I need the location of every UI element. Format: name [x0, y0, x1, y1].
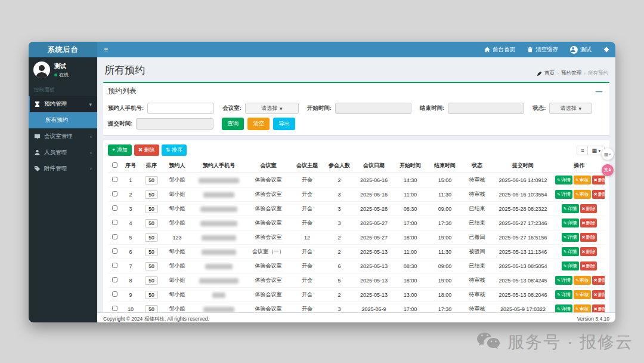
submit-time-input[interactable]	[136, 118, 213, 130]
start-time-input[interactable]	[335, 103, 411, 114]
phone-filter-input[interactable]	[147, 103, 214, 114]
add-button[interactable]: + 添加	[108, 144, 132, 156]
sidebar-item-meetingroom-management[interactable]: 会议室管理 ‹	[29, 128, 97, 144]
sidebar-item-label: 预约管理	[44, 100, 67, 108]
select-all-checkbox[interactable]	[112, 162, 117, 168]
export-button[interactable]: 导出	[273, 118, 295, 130]
breadcrumb-mid[interactable]: 预约管理	[561, 70, 581, 77]
row-checkbox[interactable]	[112, 234, 117, 239]
row-checkbox[interactable]	[112, 277, 117, 282]
status-select[interactable]: 请选择▾	[549, 103, 592, 114]
clear-button[interactable]: 清空	[247, 118, 270, 130]
delete-button[interactable]: ✖删除	[592, 276, 605, 285]
row-checkbox[interactable]	[112, 177, 117, 182]
detail-button[interactable]: ✎详情	[555, 176, 572, 184]
delete-button[interactable]: ✖删除	[592, 190, 605, 199]
delete-button[interactable]: ✖删除	[592, 290, 605, 299]
cell-start: 14:30	[393, 173, 428, 187]
sort-order-input[interactable]	[145, 233, 158, 242]
caret-down-icon: ▾	[280, 106, 283, 112]
delete-button[interactable]: ✖删除	[580, 262, 597, 270]
detail-button[interactable]: ✎详情	[562, 233, 579, 242]
detail-button[interactable]: ✎详情	[555, 290, 572, 299]
chevron-left-icon: ‹	[90, 166, 92, 172]
search-button[interactable]: 查询	[222, 118, 244, 130]
clear-cache-link[interactable]: 清空缓存	[521, 42, 564, 57]
sidebar-item-all-bookings[interactable]: 所有预约	[29, 112, 97, 128]
sort-order-input[interactable]	[145, 291, 158, 299]
sidebar-toggle-button[interactable]: ≡	[97, 45, 114, 54]
sort-order-input[interactable]	[145, 205, 158, 213]
settings-menu[interactable]	[597, 42, 615, 57]
row-checkbox[interactable]	[112, 306, 117, 311]
cell-status: 已撤回	[462, 230, 492, 245]
cell-ops: ✎详情✖删除	[554, 202, 605, 216]
delete-button[interactable]: ✖删除	[580, 247, 597, 256]
cell-room: 体验会议室	[246, 202, 290, 216]
end-time-input[interactable]	[448, 103, 524, 114]
cell-ops: ✎详情✎审核✖删除	[554, 273, 605, 288]
cell-count: 5	[324, 273, 355, 288]
cell-phone	[191, 273, 246, 288]
row-checkbox[interactable]	[112, 248, 117, 254]
audit-button[interactable]: ✎审核	[574, 290, 591, 299]
column-header: 会议日期	[355, 159, 393, 173]
row-checkbox[interactable]	[112, 291, 117, 297]
delete-button[interactable]: ✖删除	[580, 233, 597, 242]
sort-order-input[interactable]	[145, 262, 158, 270]
cell-ops: ✎详情✖删除	[554, 259, 605, 273]
sort-order-input[interactable]	[145, 190, 158, 199]
detail-button[interactable]: ✎详情	[562, 247, 579, 256]
user-menu[interactable]: 测试	[564, 42, 597, 57]
cell-room: 会议室（一）	[246, 245, 290, 259]
row-checkbox[interactable]	[112, 205, 117, 211]
cell-end: 19:00	[428, 273, 462, 288]
sidebar-item-booking-management[interactable]: 预约管理 ▾	[29, 96, 97, 112]
collapse-icon[interactable]: —	[593, 88, 605, 95]
cell-start: 17:00	[393, 216, 428, 230]
audit-button[interactable]: ✎审核	[574, 190, 591, 199]
sidebar-item-attachment-management[interactable]: 附件管理 ‹	[29, 161, 97, 177]
cell-seq: 3	[121, 202, 140, 216]
breadcrumb-home[interactable]: 首页	[544, 70, 555, 77]
room-select[interactable]: 请选择▾	[245, 103, 299, 114]
sort-order-input[interactable]	[145, 176, 158, 184]
detail-button[interactable]: ✎详情	[562, 204, 579, 213]
audit-button[interactable]: ✎审核	[574, 176, 591, 184]
cell-end: 11:30	[428, 187, 462, 202]
cell-status: 已结束	[462, 259, 492, 273]
caret-down-icon: ▾	[579, 106, 582, 112]
sidebar-item-personnel-management[interactable]: 人员管理 ‹	[29, 144, 97, 161]
screenshot-qr-button[interactable]: ▦+	[602, 148, 614, 160]
table-row: 1邹小姐体验会议室开会22025-06-1614:3015:00待审核2025-…	[108, 173, 605, 187]
app-logo[interactable]: 系统后台	[29, 42, 97, 57]
main-area: ≡ 前台首页 清空缓存 测试	[97, 42, 615, 322]
cell-count: 2	[324, 173, 355, 187]
delete-button[interactable]: ✖删除	[580, 219, 597, 227]
front-home-link[interactable]: 前台首页	[478, 42, 521, 57]
watermark: 服务号 · 报修云	[475, 331, 633, 353]
row-checkbox[interactable]	[112, 263, 117, 268]
sort-order-input[interactable]	[145, 248, 158, 256]
row-checkbox[interactable]	[112, 191, 117, 196]
sort-button[interactable]: ⇅ 排序	[162, 144, 187, 156]
column-header: 结束时间	[428, 159, 462, 173]
delete-button[interactable]: ✖ 删除	[134, 144, 159, 156]
detail-button[interactable]: ✎详情	[562, 262, 579, 270]
table-row: 2邹小姐体验会议室开会32025-06-1611:0011:30待审核2025-…	[108, 187, 605, 202]
view-list-button[interactable]: ≡	[577, 146, 588, 155]
sort-order-input[interactable]	[145, 219, 158, 227]
audit-button[interactable]: ✎审核	[574, 276, 591, 285]
row-checkbox[interactable]	[112, 220, 117, 225]
detail-button[interactable]: ✎详情	[562, 219, 579, 227]
delete-button[interactable]: ✖删除	[580, 204, 597, 213]
chevron-down-icon: ▾	[89, 101, 92, 107]
detail-button[interactable]: ✎详情	[555, 276, 572, 285]
delete-button[interactable]: ✖删除	[592, 176, 605, 184]
cell-submitted: 2025-05-27 16:5156	[492, 230, 554, 245]
translate-button[interactable]: 文A	[602, 164, 614, 176]
sort-order-input[interactable]	[145, 276, 158, 285]
cell-end: 17:30	[428, 216, 462, 230]
dashboard-icon	[537, 71, 542, 76]
detail-button[interactable]: ✎详情	[555, 190, 572, 199]
